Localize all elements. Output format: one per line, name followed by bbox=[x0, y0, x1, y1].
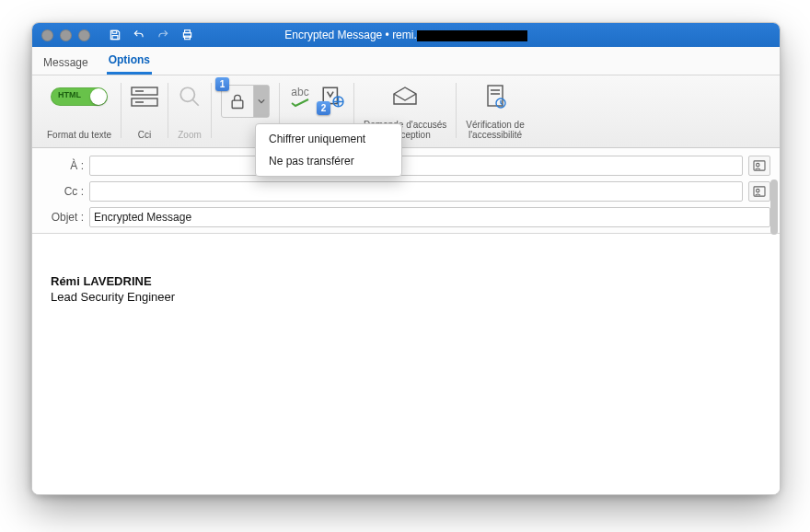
zoom-button bbox=[178, 81, 202, 112]
abc-text: abc bbox=[291, 86, 308, 98]
to-field[interactable] bbox=[89, 156, 743, 176]
subject-label: Objet : bbox=[41, 211, 84, 224]
zoom-dot[interactable] bbox=[78, 29, 90, 41]
group-accessibility: Vérification de l'accessibilité bbox=[457, 79, 533, 144]
svg-rect-1 bbox=[112, 36, 118, 40]
svg-line-10 bbox=[192, 99, 199, 106]
group-bcc: Cci bbox=[122, 79, 168, 144]
compose-window: Encrypted Message • remi. Message Option… bbox=[31, 22, 781, 495]
bcc-button[interactable] bbox=[131, 81, 158, 112]
menu-do-not-forward[interactable]: Ne pas transférer bbox=[256, 150, 401, 172]
print-icon[interactable] bbox=[180, 29, 194, 41]
save-icon[interactable] bbox=[109, 29, 122, 41]
accessibility-button[interactable] bbox=[483, 81, 507, 112]
svg-rect-0 bbox=[112, 30, 117, 33]
lock-icon[interactable] bbox=[222, 91, 253, 111]
svg-point-9 bbox=[180, 87, 194, 101]
zoom-label: Zoom bbox=[178, 130, 202, 140]
badge-1: 1 bbox=[215, 77, 229, 91]
vertical-scrollbar[interactable] bbox=[767, 143, 780, 492]
signature-name: Rémi LAVEDRINE bbox=[51, 274, 761, 288]
receipts-button[interactable] bbox=[391, 81, 419, 112]
header-fields: À : Cc : Objet : Encrypt bbox=[32, 148, 780, 234]
to-label: À : bbox=[41, 159, 84, 172]
ribbon-tabs: Message Options bbox=[32, 47, 780, 75]
redacted-email bbox=[417, 30, 527, 41]
scrollbar-thumb[interactable] bbox=[770, 179, 778, 235]
svg-rect-11 bbox=[232, 100, 243, 108]
encrypt-dropdown-arrow[interactable] bbox=[253, 86, 269, 117]
encrypt-menu: Chiffrer uniquement Ne pas transférer bbox=[255, 123, 402, 177]
format-label: Format du texte bbox=[47, 130, 111, 140]
svg-point-21 bbox=[757, 189, 759, 191]
html-toggle-label: HTML bbox=[58, 90, 81, 99]
svg-rect-3 bbox=[185, 30, 191, 33]
undo-icon[interactable] bbox=[133, 29, 145, 41]
quick-access-toolbar bbox=[109, 29, 194, 41]
ribbon: HTML Format du texte Cci bbox=[32, 75, 780, 148]
subject-field[interactable]: Encrypted Message bbox=[89, 207, 770, 227]
title-text: Encrypted Message • remi. bbox=[284, 29, 417, 41]
close-dot[interactable] bbox=[41, 29, 53, 41]
spellcheck-button[interactable]: abc bbox=[289, 81, 311, 112]
tab-message[interactable]: Message bbox=[41, 51, 90, 75]
window-controls bbox=[32, 29, 90, 41]
svg-rect-4 bbox=[185, 36, 191, 40]
message-body[interactable]: Rémi LAVEDRINE Lead Security Engineer bbox=[32, 234, 780, 495]
cc-label: Cc : bbox=[41, 185, 84, 198]
menu-encrypt-only[interactable]: Chiffrer uniquement bbox=[256, 128, 401, 150]
tab-options[interactable]: Options bbox=[107, 48, 152, 75]
group-format: HTML Format du texte bbox=[38, 79, 121, 144]
signature-title: Lead Security Engineer bbox=[51, 290, 761, 304]
group-zoom: Zoom bbox=[168, 79, 211, 144]
accessibility-label: Vérification de l'accessibilité bbox=[466, 120, 524, 140]
bcc-label: Cci bbox=[138, 130, 151, 140]
html-toggle[interactable]: HTML bbox=[51, 87, 108, 106]
minimize-dot[interactable] bbox=[60, 29, 72, 41]
redo-icon[interactable] bbox=[156, 29, 169, 41]
badge-2: 2 bbox=[317, 101, 330, 115]
titlebar: Encrypted Message • remi. bbox=[32, 23, 780, 47]
cc-field[interactable] bbox=[89, 181, 743, 202]
svg-point-19 bbox=[757, 163, 759, 166]
